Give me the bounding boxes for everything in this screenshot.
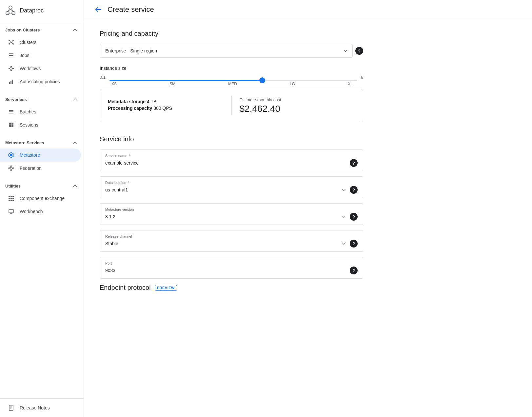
release-channel-select[interactable]: Stable Canary [105,241,338,246]
metastore-version-help-icon[interactable]: ? [350,213,358,221]
slider-row: 0.1 6 [100,75,363,80]
section-serverless-header[interactable]: Serverless [0,93,84,105]
slider-labels: XS SM MED LG XL [100,82,363,86]
cost-left: Metadata storage 4 TB Processing capacit… [108,99,224,112]
sidebar-item-clusters[interactable]: Clusters [0,36,81,49]
pricing-section: Pricing and capacity Enterprise - Single… [100,30,363,122]
workbench-icon [8,208,14,215]
chevron-up-icon-3 [72,139,78,146]
data-location-select[interactable]: us-central1 us-east1 europe-west1 [105,187,338,192]
tier-select-wrapper: Enterprise - Single regionEnterprise - M… [100,44,353,58]
svg-rect-47 [9,196,10,197]
endpoint-protocol-section: Endpoint protocol PREVIEW [100,284,363,291]
chevron-up-icon-2 [72,96,78,103]
back-button[interactable] [94,6,102,13]
metastore-icon [8,152,14,158]
clusters-label: Clusters [20,40,36,45]
svg-rect-52 [12,198,14,199]
cost-card: Metadata storage 4 TB Processing capacit… [100,89,363,122]
autoscaling-icon [8,78,14,85]
svg-rect-29 [9,110,13,111]
sidebar-item-autoscaling[interactable]: Autoscaling policies [0,75,81,88]
cost-right: Estimate monthly cost $2,462.40 [240,97,355,114]
endpoint-title: Endpoint protocol PREVIEW [100,284,363,291]
svg-line-14 [11,42,13,44]
batches-icon [8,109,14,115]
port-help-icon[interactable]: ? [350,267,358,274]
sidebar-item-sessions[interactable]: Sessions [0,118,81,131]
svg-point-40 [12,168,14,169]
sidebar-item-batches[interactable]: Batches [0,105,81,118]
metadata-storage-line: Metadata storage 4 TB [108,99,224,104]
clusters-icon [8,39,14,46]
jobs-icon [8,52,14,59]
estimate-value: $2,462.40 [240,104,355,114]
app-logo [5,5,16,16]
sidebar-item-release-notes[interactable]: Release Notes [0,401,81,414]
section-jobs-header[interactable]: Jobs on Clusters [0,24,84,36]
svg-line-25 [12,69,12,70]
svg-rect-31 [9,113,13,113]
slider-track [109,77,357,78]
release-channel-help-icon[interactable]: ? [350,240,358,248]
svg-rect-54 [10,200,12,201]
workflows-label: Workflows [20,66,41,71]
federation-label: Federation [20,166,42,171]
release-channel-label: Release channel [105,234,358,238]
section-utilities-title: Utilities [5,184,21,189]
content-area: Pricing and capacity Enterprise - Single… [84,19,379,417]
section-utilities-header[interactable]: Utilities [0,180,84,192]
slider-label-sm: SM [169,82,175,86]
svg-point-41 [10,166,12,167]
data-location-help-icon[interactable]: ? [350,186,358,194]
svg-rect-51 [10,198,12,199]
workbench-label: Workbench [20,209,43,214]
svg-rect-33 [11,123,13,125]
metastore-version-select[interactable]: 3.1.2 3.1.1 2.3.6 [105,214,338,219]
sidebar-item-workflows[interactable]: Workflows [0,62,81,75]
release-notes-icon [8,405,14,411]
sidebar-item-jobs[interactable]: Jobs [0,49,81,62]
sidebar-item-federation[interactable]: Federation [0,162,81,175]
release-channel-field: Release channel Stable Canary ? [100,230,363,252]
autoscaling-label: Autoscaling policies [20,79,60,84]
tier-select[interactable]: Enterprise - Single regionEnterprise - M… [100,44,353,58]
section-serverless: Serverless Batches [0,91,84,134]
slider-label-xl: XL [348,82,353,86]
sidebar-item-metastore[interactable]: Metastore [0,149,81,162]
service-name-row: ? [105,159,358,167]
service-name-field: Service name * ? [100,149,363,171]
svg-rect-16 [9,55,13,56]
metastore-version-label: Metastore version [105,208,358,211]
svg-point-0 [9,6,12,9]
component-exchange-label: Component exchange [20,196,65,201]
sidebar-item-component-exchange[interactable]: Component exchange [0,192,81,205]
slider-label-xs: XS [111,82,117,86]
svg-rect-18 [9,68,10,69]
svg-rect-21 [12,68,14,69]
pricing-title: Pricing and capacity [100,30,363,37]
tier-help-icon[interactable]: ? [355,47,363,55]
port-input[interactable] [105,268,347,273]
metastore-version-chevron [341,213,347,220]
section-serverless-title: Serverless [5,97,27,102]
estimate-label: Estimate monthly cost [240,97,355,102]
sidebar-item-workbench[interactable]: Workbench [0,205,81,218]
cost-divider [231,96,232,115]
service-name-input[interactable] [105,160,347,166]
instance-size-slider[interactable] [109,80,357,81]
processing-capacity-value: 300 QPS [153,106,172,111]
port-row: ? [105,267,358,274]
section-metastore-header[interactable]: Metastore Services [0,137,84,149]
data-location-field: Data location * us-central1 us-east1 eur… [100,176,363,198]
sidebar-bottom: Release Notes [0,398,84,417]
release-channel-chevron [341,240,347,247]
section-jobs-on-clusters: Jobs on Clusters Clusters [0,21,84,91]
service-name-help-icon[interactable]: ? [350,159,358,167]
svg-line-12 [11,41,13,42]
svg-rect-32 [9,123,11,125]
service-info-title: Service info [100,135,363,143]
svg-rect-30 [9,111,13,112]
port-field: Port ? [100,257,363,279]
svg-line-23 [10,69,10,70]
